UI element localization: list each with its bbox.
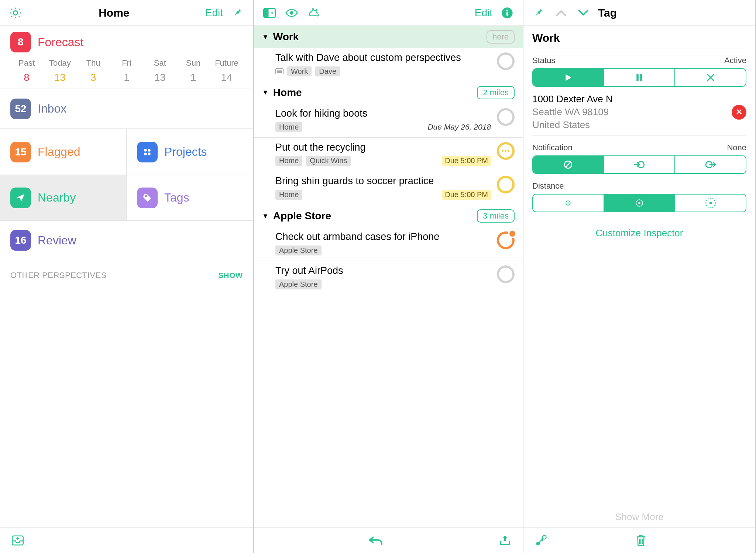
forecast-day[interactable]: Thu 3 <box>77 58 110 83</box>
forecast-day-strip[interactable]: Past 8Today 13Thu 3Fri 1Sat 13Sun 1Futur… <box>0 58 253 89</box>
perspective-flagged[interactable]: 15 Flagged <box>0 129 127 175</box>
tag-chip[interactable]: Dave <box>315 66 340 76</box>
perspective-tags[interactable]: Tags <box>127 175 253 220</box>
svg-point-1 <box>148 149 151 152</box>
note-icon <box>275 68 284 74</box>
notification-label: Notification <box>532 143 573 152</box>
perspective-forecast[interactable]: 8 Forecast <box>0 26 253 58</box>
task-row[interactable]: Put out the recycling HomeQuick WinsDue … <box>254 137 523 171</box>
inspector-header: Tag <box>598 7 617 19</box>
task-due: Due May 26, 2018 <box>427 123 491 131</box>
delete-address-icon[interactable]: ✕ <box>732 105 746 120</box>
share-icon[interactable] <box>498 533 512 548</box>
task-title: Talk with Dave about custom perspectives <box>275 52 491 64</box>
tag-chip[interactable]: Work <box>287 66 312 76</box>
task-due-pill: Due 5:00 PM <box>442 156 491 166</box>
disclosure-triangle-icon[interactable]: ▼ <box>262 33 269 41</box>
notif-arriving-icon[interactable] <box>604 156 676 173</box>
task-status-circle[interactable] <box>497 52 515 70</box>
perspective-nearby[interactable]: Nearby <box>0 175 127 220</box>
distance-pill: 2 miles <box>477 86 515 99</box>
task-status-circle[interactable] <box>497 142 515 160</box>
tag-chip[interactable]: Home <box>275 122 302 132</box>
status-paused-icon[interactable] <box>604 69 676 86</box>
convert-icon[interactable] <box>534 533 549 548</box>
forecast-day[interactable]: Today 13 <box>44 58 76 83</box>
flagged-count: 15 <box>10 142 31 162</box>
status-value: Active <box>724 56 746 65</box>
inbox-count: 52 <box>10 99 31 119</box>
tag-chip[interactable]: Home <box>275 190 302 200</box>
forecast-day[interactable]: Fri 1 <box>110 58 143 83</box>
home-title: Home <box>99 7 129 19</box>
group-header[interactable]: ▼ Home 2 miles <box>254 82 523 104</box>
task-title: Put out the recycling <box>275 141 491 154</box>
distance-medium-icon[interactable] <box>604 195 676 212</box>
forecast-day[interactable]: Past 8 <box>10 58 43 83</box>
cleanup-icon[interactable] <box>306 6 321 20</box>
task-row[interactable]: Talk with Dave about custom perspectives… <box>254 48 523 82</box>
task-title: Look for hiking boots <box>275 107 491 120</box>
distance-small-icon[interactable] <box>533 195 604 212</box>
task-status-circle[interactable] <box>497 231 515 249</box>
task-row[interactable]: Try out AirPods Apple Store <box>254 261 523 295</box>
task-title: Bring shin guards to soccer practice <box>275 175 491 188</box>
show-more[interactable]: Show More <box>523 511 755 527</box>
next-item-icon[interactable] <box>576 6 591 20</box>
prev-item-icon <box>554 6 568 20</box>
notification-segmented[interactable] <box>532 155 746 174</box>
svg-point-12 <box>506 9 508 11</box>
undo-icon[interactable] <box>368 533 383 548</box>
address-line3: United States <box>532 118 726 131</box>
distance-large-icon[interactable] <box>675 195 746 212</box>
view-icon[interactable] <box>284 6 299 20</box>
forecast-day[interactable]: Sat 13 <box>144 58 176 83</box>
status-dropped-icon[interactable] <box>675 69 746 86</box>
forecast-day[interactable]: Future 14 <box>210 58 243 83</box>
new-inbox-icon[interactable] <box>10 533 25 548</box>
forecast-day[interactable]: Sun 1 <box>177 58 210 83</box>
status-active-icon[interactable] <box>533 69 604 86</box>
distance-segmented[interactable] <box>532 194 746 212</box>
address-block[interactable]: 1000 Dexter Ave N Seattle WA 98109 Unite… <box>532 93 726 131</box>
disclosure-triangle-icon[interactable]: ▼ <box>262 89 269 96</box>
disclosure-triangle-icon[interactable]: ▼ <box>262 212 269 220</box>
pin-icon[interactable] <box>230 6 245 20</box>
distance-label: Distance <box>532 181 564 191</box>
perspective-projects[interactable]: Projects <box>127 129 253 175</box>
task-row[interactable]: Check out armband cases for iPhone Apple… <box>254 227 523 261</box>
perspective-inbox[interactable]: 52 Inbox <box>0 89 253 129</box>
edit-button[interactable]: Edit <box>205 7 223 19</box>
settings-gear-icon[interactable] <box>8 6 23 20</box>
task-row[interactable]: Look for hiking boots HomeDue May 26, 20… <box>254 104 523 137</box>
distance-pill: 3 miles <box>477 209 515 223</box>
svg-point-24 <box>709 202 711 204</box>
svg-point-22 <box>638 202 640 205</box>
tag-chip[interactable]: Apple Store <box>275 245 322 255</box>
inspector-title[interactable]: Work <box>532 32 746 44</box>
customize-inspector-link[interactable]: Customize Inspector <box>532 227 746 239</box>
trash-icon[interactable] <box>633 533 648 548</box>
info-icon[interactable] <box>500 6 515 20</box>
status-segmented[interactable] <box>532 68 746 87</box>
task-status-circle[interactable] <box>497 108 515 126</box>
notification-value: None <box>727 143 746 152</box>
show-button[interactable]: SHOW <box>219 271 243 280</box>
tag-chip[interactable]: Quick Wins <box>306 156 351 166</box>
sidebar-toggle-icon[interactable] <box>262 6 277 20</box>
task-status-circle[interactable] <box>497 176 515 193</box>
notif-leaving-icon[interactable] <box>675 156 746 173</box>
review-label: Review <box>38 234 76 247</box>
task-status-circle[interactable] <box>497 265 515 283</box>
inspector-pin-icon[interactable] <box>532 6 546 20</box>
tag-chip[interactable]: Apple Store <box>275 279 322 289</box>
group-header[interactable]: ▼ Work here <box>254 26 523 48</box>
task-row[interactable]: Bring shin guards to soccer practice Hom… <box>254 171 523 205</box>
address-line1: 1000 Dexter Ave N <box>532 93 726 106</box>
perspective-review[interactable]: 16 Review <box>0 220 253 260</box>
notif-none-icon[interactable] <box>533 156 604 173</box>
list-edit-button[interactable]: Edit <box>475 7 492 19</box>
tag-chip[interactable]: Home <box>275 156 302 166</box>
group-header[interactable]: ▼ Apple Store 3 miles <box>254 205 523 227</box>
other-perspectives-header: OTHER PERSPECTIVES <box>10 271 107 280</box>
